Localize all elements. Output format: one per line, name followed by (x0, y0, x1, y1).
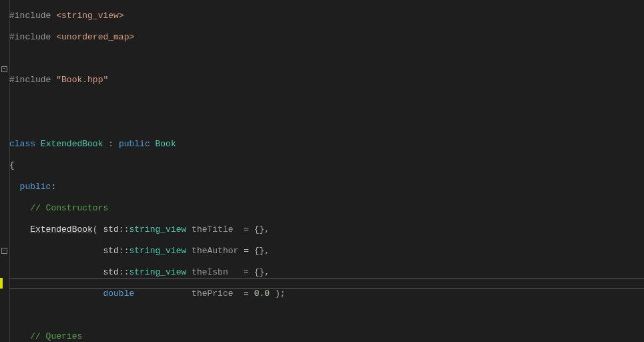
preproc: #include (9, 32, 51, 42)
fold-toggle-class[interactable]: - (1, 66, 7, 72)
code-line[interactable]: // Constructors (9, 203, 644, 214)
code-area[interactable]: #include <string_view> #include <unorder… (9, 0, 644, 342)
include-target: "Book.hpp" (56, 75, 108, 85)
code-line[interactable]: // Queries (9, 331, 644, 342)
gutter: - - (0, 0, 9, 342)
code-line[interactable] (9, 96, 644, 107)
class-name: ExtendedBook (41, 139, 103, 149)
comment: // Constructors (30, 203, 108, 213)
include-target: <unordered_map> (56, 32, 134, 42)
kw-double: double (103, 289, 134, 299)
kw-public: public (119, 139, 150, 149)
code-line[interactable]: #include <string_view> (9, 11, 644, 21)
param: thePrice (192, 289, 233, 299)
type: string_view (129, 224, 186, 234)
change-marker (0, 278, 3, 289)
param: theIsbn (192, 267, 228, 277)
code-line[interactable]: double thePrice = 0.0 ); (9, 289, 644, 299)
code-editor[interactable]: - - #include <string_view> #include <uno… (0, 0, 644, 342)
ns: std (103, 246, 118, 256)
code-line[interactable]: ExtendedBook( std::string_view theTitle … (9, 224, 644, 235)
code-line[interactable]: std::string_view theIsbn = {}, (9, 267, 644, 278)
include-target: <string_view> (56, 11, 123, 21)
ns: std (103, 267, 118, 277)
code-line[interactable] (9, 118, 644, 128)
code-line[interactable] (9, 310, 644, 321)
ns: std (103, 224, 118, 234)
code-line[interactable]: { (9, 160, 644, 171)
code-line[interactable]: class ExtendedBook : public Book (9, 139, 644, 150)
type: string_view (129, 246, 186, 256)
ctor-name: ExtendedBook (30, 224, 93, 234)
type: string_view (129, 267, 186, 277)
kw-class: class (9, 139, 35, 149)
comment: // Queries (30, 331, 82, 341)
param: theTitle (192, 224, 233, 234)
code-line[interactable]: #include <unordered_map> (9, 32, 644, 43)
preproc: #include (9, 11, 51, 21)
code-line[interactable]: #include "Book.hpp" (9, 75, 644, 86)
code-line[interactable]: std::string_view theAuthor = {}, (9, 246, 644, 256)
kw-public: public (20, 182, 51, 192)
param: theAuthor (192, 246, 238, 256)
code-line[interactable] (9, 53, 644, 64)
code-line[interactable]: public: (9, 182, 644, 192)
fold-toggle-todo[interactable]: - (1, 248, 7, 254)
number: 0.0 (254, 289, 270, 299)
base-class: Book (155, 139, 176, 149)
preproc: #include (9, 75, 51, 85)
